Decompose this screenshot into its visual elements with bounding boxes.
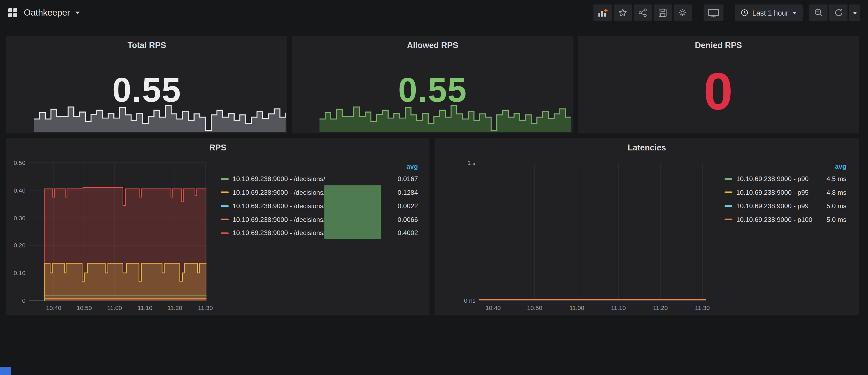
nav-actions: Last 1 hour [592, 4, 860, 21]
x-axis-tick: 11:00 [102, 304, 127, 311]
panel-allowed-rps: Allowed RPS 0.55 [292, 36, 573, 133]
panel-total-rps: Total RPS 0.55 [6, 36, 287, 133]
panel-latencies: Latencies 10:4010:5011:0011:1011:2011:30… [435, 138, 859, 315]
panel-title[interactable]: Latencies [435, 138, 859, 152]
legend-avg-value: 5.0 ms [826, 216, 846, 223]
legend-series-label[interactable]: 10.10.69.238:9000 - p99 [736, 202, 809, 210]
sparkline-chart [319, 101, 571, 132]
grafana-dashboard: Oathkeeper [0, 0, 868, 375]
latencies-time-series-plot[interactable]: 10:4010:5011:0011:1011:2011:301 s0 ns [479, 163, 706, 301]
panel-denied-rps: Denied RPS 0 [578, 36, 859, 133]
dashboard-picker[interactable]: Oathkeeper [8, 8, 80, 18]
legend-series-label[interactable]: 10.10.69.238:9000 - /decisions/ [232, 202, 325, 210]
tv-mode-icon [708, 8, 719, 18]
caret-down-icon [792, 11, 797, 14]
legend-avg-value: 5.0 ms [826, 202, 846, 210]
series-color-dash [724, 191, 732, 193]
dashboard-title-text: Oathkeeper [24, 8, 70, 18]
legend-series-label[interactable]: 10.10.69.238:9000 - /decisions/ [232, 189, 325, 196]
x-axis-tick: 11:00 [565, 304, 589, 311]
y-axis-tick: 0.10 [6, 270, 26, 276]
legend-row[interactable]: 10.10.69.238:9000 - /decisions/0.1284 [221, 186, 418, 199]
zoom-out-time-button[interactable] [809, 4, 828, 21]
stat-value: 0 [578, 65, 859, 118]
legend-avg-value: 4.8 ms [826, 189, 846, 196]
refresh-icon [834, 8, 843, 17]
legend-avg-value: 0.0022 [398, 202, 418, 210]
x-axis-tick: 11:20 [163, 304, 187, 311]
star-dashboard-button[interactable] [614, 4, 632, 21]
series-color-dash [724, 205, 732, 207]
tv-mode-button[interactable] [704, 4, 723, 21]
legend-header-row: avg [724, 160, 846, 172]
save-dashboard-button[interactable] [654, 4, 672, 21]
legend-avg-value: 0.1284 [398, 189, 418, 196]
x-axis-tick: 11:20 [648, 304, 673, 311]
rps-time-series-plot[interactable]: 10:4010:5011:0011:1011:2011:300.500.400.… [29, 163, 206, 301]
refresh-interval-dropdown[interactable] [849, 4, 860, 21]
graph-panels-row: RPS 10:4010:5011:0011:1011:2011:300.500.… [6, 138, 859, 315]
apps-grid-icon[interactable] [8, 8, 18, 18]
legend-rows: 10.10.69.238:9000 - p904.5 ms10.10.69.23… [724, 172, 846, 226]
series-color-dash [221, 178, 229, 180]
panel-title[interactable]: Total RPS [6, 36, 287, 50]
legend-row[interactable]: 10.10.69.238:9000 - p995.0 ms [724, 199, 846, 213]
panel-title[interactable]: RPS [6, 138, 430, 152]
y-axis-tick: 0 [6, 297, 26, 304]
legend-row[interactable]: 10.10.69.238:9000 - p904.5 ms [724, 172, 846, 186]
legend-series-label[interactable]: 10.10.69.238:9000 - /decisions/ [232, 229, 325, 237]
legend-avg-value: 4.5 ms [826, 175, 846, 183]
y-axis-tick: 1 s [453, 159, 475, 166]
panel-rps: RPS 10:4010:5011:0011:1011:2011:300.500.… [6, 138, 430, 315]
legend-row[interactable]: 10.10.69.238:9000 - /decisions/0.0066 [221, 213, 418, 226]
legend-row[interactable]: 10.10.69.238:9000 - /decisions/0.0167 [221, 172, 418, 186]
legend-avg-header[interactable]: avg [835, 162, 846, 170]
share-icon [639, 8, 647, 17]
legend-row[interactable]: 10.10.69.238:9000 - p954.8 ms [724, 186, 846, 199]
legend-row[interactable]: 10.10.69.238:9000 - /decisions/0.4002 [221, 226, 418, 240]
x-axis-tick: 11:10 [606, 304, 631, 311]
stat-panels-row: Total RPS 0.55 Allowed RPS 0.55 Denied R… [6, 36, 859, 133]
zoom-out-icon [814, 8, 823, 17]
legend-avg-value: 0.0066 [398, 216, 418, 223]
series-color-dash [221, 219, 229, 220]
legend-rows: 10.10.69.238:9000 - /decisions/0.016710.… [221, 172, 418, 240]
legend-series-label[interactable]: 10.10.69.238:9000 - p90 [736, 175, 809, 183]
legend-row[interactable]: 10.10.69.238:9000 - /decisions/0.0022 [221, 199, 418, 213]
legend-series-label[interactable]: 10.10.69.238:9000 - /decisions/ [232, 175, 325, 183]
y-axis-tick: 0.50 [6, 159, 26, 166]
x-axis-tick: 11:30 [690, 304, 715, 311]
y-axis-tick: 0 ns [453, 297, 475, 304]
dashboard-settings-button[interactable] [674, 4, 692, 21]
green-highlight-overlay [324, 185, 381, 239]
add-panel-icon [598, 8, 608, 17]
share-dashboard-button[interactable] [634, 4, 652, 21]
series-color-dash [724, 178, 732, 180]
x-axis-tick: 10:40 [41, 304, 66, 311]
legend-series-label[interactable]: 10.10.69.238:9000 - /decisions/ [232, 216, 325, 223]
x-axis-tick: 11:10 [133, 304, 157, 311]
legend-header-row: avg [221, 160, 418, 172]
y-axis-tick: 0.40 [6, 187, 26, 194]
series-color-dash [221, 232, 229, 234]
legend-avg-value: 0.0167 [398, 175, 418, 183]
nav-bar: Oathkeeper [0, 0, 868, 26]
dashboard-title[interactable]: Oathkeeper [24, 8, 80, 18]
time-range-label: Last 1 hour [752, 9, 788, 17]
bottom-left-blue-artifact [0, 367, 11, 375]
legend-avg-header[interactable]: avg [407, 162, 418, 170]
sparkline-chart [34, 101, 286, 132]
panel-title[interactable]: Allowed RPS [292, 36, 573, 50]
legend-series-label[interactable]: 10.10.69.238:9000 - p95 [736, 189, 809, 196]
x-axis-tick: 11:30 [193, 304, 218, 311]
rps-legend: avg 10.10.69.238:9000 - /decisions/0.016… [221, 160, 418, 240]
legend-row[interactable]: 10.10.69.238:9000 - p1005.0 ms [724, 213, 846, 226]
time-range-picker[interactable]: Last 1 hour [735, 4, 802, 21]
panel-title[interactable]: Denied RPS [578, 36, 859, 50]
add-panel-button[interactable] [593, 4, 612, 21]
y-axis-tick: 0.20 [6, 242, 26, 249]
legend-series-label[interactable]: 10.10.69.238:9000 - p100 [736, 216, 812, 223]
x-axis-tick: 10:40 [481, 304, 505, 311]
refresh-button[interactable] [829, 4, 847, 21]
settings-gear-icon [678, 8, 687, 17]
